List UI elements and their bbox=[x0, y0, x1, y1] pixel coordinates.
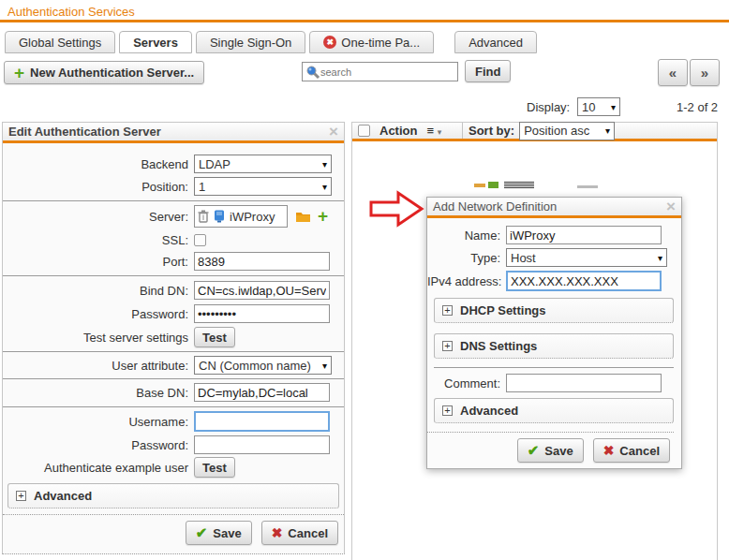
separator bbox=[3, 275, 344, 276]
advanced-expander[interactable]: + Advanced bbox=[7, 483, 339, 508]
display-count-select[interactable]: 10 ▾ bbox=[577, 97, 620, 116]
username-input[interactable] bbox=[194, 411, 330, 432]
expand-icon: + bbox=[16, 491, 26, 501]
port-input[interactable] bbox=[194, 252, 330, 271]
name-input[interactable] bbox=[506, 226, 662, 244]
host-icon bbox=[213, 210, 226, 223]
dialog-cancel-button[interactable]: ✖ Cancel bbox=[593, 438, 670, 463]
bind-dn-input[interactable] bbox=[194, 281, 330, 300]
chevron-down-icon: ▾ bbox=[322, 182, 327, 192]
dhcp-settings-label: DHCP Settings bbox=[460, 303, 546, 317]
tab-label: Global Settings bbox=[19, 36, 101, 50]
ipv4-row: IPv4 address: bbox=[427, 271, 674, 291]
sort-by-label: Sort by: bbox=[469, 124, 514, 138]
example-password-input[interactable] bbox=[194, 435, 330, 454]
backend-value: LDAP bbox=[199, 157, 231, 171]
tab-servers[interactable]: Servers bbox=[119, 31, 192, 53]
base-dn-input[interactable] bbox=[194, 383, 330, 402]
port-label: Port: bbox=[3, 255, 194, 269]
test-server-row: Test server settings Test bbox=[3, 327, 344, 347]
type-select[interactable]: Host ▾ bbox=[506, 248, 667, 267]
comment-row: Comment: bbox=[427, 374, 674, 392]
display-label: Display: bbox=[527, 100, 570, 114]
list-header: Action ≡ ▾ Sort by: Position asc ▾ bbox=[352, 123, 717, 141]
occluded-row-fragment bbox=[474, 184, 485, 187]
type-label: Type: bbox=[427, 251, 506, 265]
user-attribute-value: CN (Common name) bbox=[199, 359, 311, 373]
chevron-down-icon: ▾ bbox=[322, 361, 327, 371]
chevrons-right-icon: » bbox=[701, 65, 708, 81]
position-value: 1 bbox=[199, 180, 205, 194]
user-attribute-select[interactable]: CN (Common name) ▾ bbox=[194, 356, 332, 375]
save-label: Save bbox=[544, 444, 573, 458]
select-all-checkbox[interactable] bbox=[358, 125, 370, 137]
chevrons-left-icon: « bbox=[669, 65, 677, 81]
title-divider bbox=[0, 20, 729, 22]
next-page-button[interactable]: » bbox=[690, 59, 720, 86]
tab-advanced[interactable]: Advanced bbox=[454, 31, 537, 53]
bind-password-input[interactable] bbox=[194, 304, 330, 323]
search-icon bbox=[305, 65, 320, 80]
base-dn-row: Base DN: bbox=[3, 383, 344, 402]
cross-icon: ✖ bbox=[603, 443, 615, 458]
tab-one-time-passwords[interactable]: ✖ One-time Pa... bbox=[309, 31, 434, 53]
tab-bar: Global Settings Servers Single Sign-On ✖… bbox=[5, 31, 541, 53]
advanced-label: Advanced bbox=[460, 404, 518, 418]
ipv4-input[interactable] bbox=[506, 271, 662, 291]
previous-page-button[interactable]: « bbox=[658, 59, 688, 86]
cancel-label: Cancel bbox=[619, 444, 660, 458]
ipv4-label: IPv4 address: bbox=[427, 274, 506, 288]
search-box bbox=[302, 62, 458, 81]
new-authentication-server-label: New Authentication Server... bbox=[30, 66, 194, 80]
chevron-down-icon: ▾ bbox=[322, 159, 327, 169]
save-button[interactable]: ✔ Save bbox=[186, 521, 252, 545]
dotted-separator bbox=[3, 514, 344, 515]
error-badge-icon: ✖ bbox=[323, 36, 336, 49]
find-button[interactable]: Find bbox=[465, 60, 511, 82]
tab-label: Single Sign-On bbox=[210, 36, 291, 50]
close-icon[interactable]: × bbox=[329, 125, 338, 139]
tab-global-settings[interactable]: Global Settings bbox=[5, 31, 115, 53]
authenticate-example-test-button[interactable]: Test bbox=[194, 457, 235, 478]
search-input[interactable] bbox=[320, 66, 454, 78]
dialog-advanced-expander[interactable]: + Advanced bbox=[434, 398, 674, 423]
folder-browse-icon[interactable] bbox=[295, 210, 312, 224]
plus-icon: + bbox=[14, 66, 24, 80]
add-server-icon[interactable]: + bbox=[318, 210, 328, 223]
tab-single-sign-on[interactable]: Single Sign-On bbox=[196, 31, 305, 53]
comment-label: Comment: bbox=[427, 376, 506, 391]
new-authentication-server-button[interactable]: + New Authentication Server... bbox=[4, 61, 204, 84]
position-select[interactable]: 1 ▾ bbox=[194, 177, 332, 196]
dialog-save-button[interactable]: ✔ Save bbox=[517, 438, 584, 463]
occluded-row-fragment bbox=[504, 182, 534, 188]
user-attribute-label: User attribute: bbox=[3, 359, 194, 373]
panel-title: Edit Authentication Server bbox=[8, 125, 161, 139]
action-box: Action ≡ ▾ bbox=[352, 123, 463, 139]
backend-select[interactable]: LDAP ▾ bbox=[194, 155, 332, 173]
dhcp-settings-expander[interactable]: + DHCP Settings bbox=[434, 298, 674, 323]
dns-settings-expander[interactable]: + DNS Settings bbox=[434, 333, 674, 359]
expand-icon: + bbox=[442, 305, 453, 316]
position-row: Position: 1 ▾ bbox=[3, 177, 344, 196]
example-password-label: Password: bbox=[3, 438, 194, 452]
authentication-services-page: Authentication Services Global Settings … bbox=[0, 0, 729, 560]
add-network-definition-dialog: Add Network Definition × Name: Type: Hos… bbox=[426, 197, 682, 469]
dialog-buttons-row: ✔ Save ✖ Cancel bbox=[427, 438, 674, 463]
action-menu-icon[interactable]: ≡ ▾ bbox=[426, 124, 441, 138]
close-icon[interactable]: × bbox=[666, 200, 676, 214]
ssl-checkbox[interactable] bbox=[194, 234, 206, 246]
chevron-down-icon: ▾ bbox=[611, 102, 616, 112]
type-value: Host bbox=[511, 251, 536, 265]
server-chip-box[interactable]: iWProxy bbox=[194, 205, 288, 228]
dialog-title: Add Network Definition bbox=[433, 199, 557, 214]
separator bbox=[434, 367, 674, 368]
comment-input[interactable] bbox=[506, 374, 662, 392]
test-server-button[interactable]: Test bbox=[194, 327, 235, 347]
edit-authentication-server-panel: Edit Authentication Server × Backend LDA… bbox=[2, 122, 345, 554]
cancel-button[interactable]: ✖ Cancel bbox=[261, 521, 338, 545]
position-label: Position: bbox=[3, 180, 194, 194]
sort-select[interactable]: Position asc ▾ bbox=[519, 122, 615, 140]
tab-label: Advanced bbox=[469, 36, 523, 50]
trash-icon[interactable] bbox=[198, 210, 209, 223]
expand-icon: + bbox=[442, 405, 453, 416]
